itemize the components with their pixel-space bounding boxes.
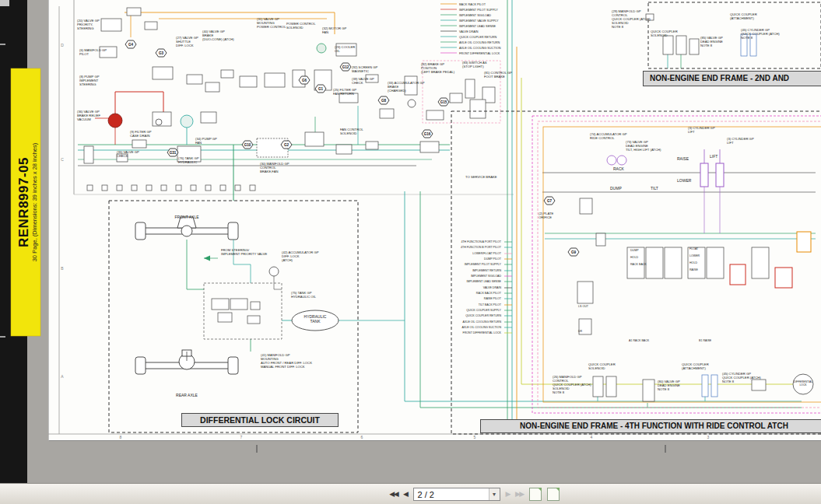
schematic-label: (25) FILTER GPFAN RETURN xyxy=(333,88,356,96)
schematic-label: (82) BRAKE GPPOSITION(LEFT BRAKE PEDAL) xyxy=(421,62,455,74)
component-box xyxy=(450,93,462,103)
schematic-label: LOWER xyxy=(677,178,692,183)
schematic-label: BACK RACK PILOT xyxy=(459,3,486,6)
schematic-label: HOLD xyxy=(689,261,697,264)
schematic-line xyxy=(233,240,251,283)
component-box xyxy=(580,198,592,214)
component-box xyxy=(606,376,616,397)
component-box xyxy=(405,76,417,95)
schematic-label: (8) PUMP GPIMPLEMENTSTEERING xyxy=(79,75,100,86)
component-box xyxy=(663,36,673,54)
g-marker-label: G9 xyxy=(571,250,577,254)
schematic-label: AXLE OIL COOLING RETURN xyxy=(463,320,502,324)
component-box xyxy=(201,112,216,123)
schematic-label: FRONT DIFFERENTIAL LOCK xyxy=(462,331,501,334)
schematic-label: (36) VALVE GPBRAKE RELIEFVACUUM xyxy=(77,110,100,121)
schematic-label: B xyxy=(61,266,64,271)
component-box xyxy=(596,233,605,246)
schematic-label: 4TH FUNCTION B PORT PILOT xyxy=(461,246,502,249)
schematic-label: (45) CYLINDER GPQUICK COUPLER (ATCH)NOTE… xyxy=(741,28,780,40)
g-marker-label: G10 xyxy=(244,143,251,147)
snapshot-icon-fold xyxy=(538,488,542,492)
schematic-label: POWER CONTROLSOLENOID xyxy=(286,22,316,30)
schematic-label: B1 RAISE xyxy=(699,339,712,342)
fan-motor-circle xyxy=(317,44,326,53)
schematic-label: (3) CYLINDER GPLIFT xyxy=(727,137,754,145)
schematic-label: (29) MANIFOLD GPCONTROLQUICK COUPLER (AT… xyxy=(612,9,651,29)
component-box xyxy=(752,380,766,390)
schematic-label: A xyxy=(61,374,64,379)
g-marker-label: G1 xyxy=(318,87,324,91)
schematic-label: (27) VALVE GPSHUTTLEDIFF. LOCK xyxy=(176,36,198,47)
g-marker-label: G3 xyxy=(159,51,164,55)
component-box xyxy=(212,299,229,310)
schematic-label: AXLE OIL COOLING SUCTION xyxy=(461,326,501,329)
schematic-label: FRONT DIFFERENTIAL LOCK xyxy=(459,52,500,55)
schematic-label: (80) VALVE GPDEAD ENGINENOTE 8 xyxy=(658,380,680,391)
schematic-label: DR xyxy=(578,330,583,333)
component-box xyxy=(218,313,232,322)
component-box xyxy=(336,145,352,154)
schematic-label: 4 xyxy=(591,435,593,439)
qc-cylinder xyxy=(711,375,717,397)
component-box xyxy=(646,247,663,278)
component-box xyxy=(426,110,444,120)
schematic-label: LOWER xyxy=(689,254,700,257)
lift-cylinder xyxy=(716,163,724,187)
page-number-select[interactable]: 2 / 2 ▾ xyxy=(413,488,500,501)
component-box xyxy=(665,247,682,278)
component-box xyxy=(251,302,260,310)
schematic-label: REAR AXLE xyxy=(176,393,198,397)
schematic-label: (34) PUMP GPFAN xyxy=(195,137,217,145)
schematic-label: 3 xyxy=(707,435,710,439)
schematic-label: RAISE xyxy=(677,156,689,161)
schematic-label: IMPLEMENT SIG/LOAD xyxy=(471,275,501,278)
prev-page-button[interactable]: ◀ xyxy=(403,491,407,498)
schematic-label: QUICK COUPLERSOLENOID xyxy=(588,362,616,370)
component-box xyxy=(420,142,439,152)
schematic-label: (81) CONTROL GPFOOT BRAKE xyxy=(484,71,512,79)
schematic-label: (85) VALVE GPDEAD ENGINENOTE 8 xyxy=(700,36,723,47)
qc-cylinder xyxy=(702,375,708,397)
schematic-label: AXLE OIL COOLING RETURN xyxy=(459,41,500,44)
schematic-label: DUMP xyxy=(630,249,639,252)
schematic-label: (9) FILTER GPCASE DRAIN xyxy=(130,130,152,138)
next-page-button[interactable]: ▶ xyxy=(506,491,510,498)
schematic-label: (75) TANK GPHYDRAULIC OIL xyxy=(291,291,317,299)
pdf-viewer-window: RENR8997-05 30 Page, (Dimensions: 39 inc… xyxy=(0,0,821,504)
page-dropdown-arrow-icon[interactable]: ▾ xyxy=(489,488,500,500)
schematic-label: LIFT xyxy=(710,154,717,159)
schematic-label: IMPLEMENT SIG/LOAD xyxy=(459,14,491,17)
schematic-line xyxy=(187,240,204,289)
component-box xyxy=(205,82,219,92)
component-box xyxy=(247,316,260,324)
section-title-2nd-function: NON-ENGINE END FRAME - 2ND AND xyxy=(643,71,821,86)
schematic-label: A1 RACK BACK xyxy=(629,339,650,342)
component-box xyxy=(593,376,603,397)
ride-control-accumulator-circle xyxy=(607,156,616,165)
fan-pump-circle xyxy=(181,115,193,128)
schematic-label: FROM STEERING/IMPLEMENT PRIORITY VALVE xyxy=(221,248,267,256)
schematic-label: QUICK COUPLER RETURN xyxy=(465,314,501,317)
schematic-label: QUICK COUPLER(ATTACHMENT) xyxy=(730,12,757,20)
schematic-label: TO SERVICE BRAKE xyxy=(465,175,497,179)
schematic-label: 6 xyxy=(361,435,363,439)
schematic-label: (3) CYLINDER GPLIFT xyxy=(688,126,715,134)
snapshot-icon[interactable] xyxy=(529,488,542,501)
last-page-button[interactable]: ▶▶ xyxy=(515,491,524,498)
schematic-label: QUICK COUPLER(ATTACHMENT) xyxy=(682,362,709,370)
schematic-label: RACK BACK xyxy=(630,263,647,266)
schematic-label: (20) VALVE GPPRIORITY,STEERING xyxy=(77,19,100,30)
schematic-label: 5 xyxy=(474,435,476,439)
first-page-button[interactable]: ◀◀ xyxy=(389,491,398,498)
clipboard-icon[interactable] xyxy=(547,488,560,501)
schematic-label: TILT BACK PILOT xyxy=(479,303,502,306)
component-box xyxy=(577,282,593,303)
component-box xyxy=(775,268,792,288)
schematic-label: IMPLEMENT LEAD SENSE xyxy=(467,280,502,283)
schematic-label: (41) MANIFOLD GPMOUNTINGAUTO FRONT / REA… xyxy=(261,353,312,369)
g-marker-label: G4 xyxy=(128,43,134,47)
schematic-label: LOWER/FLOAT PILOT xyxy=(472,252,502,255)
ride-control-accumulator-circle xyxy=(617,156,626,165)
g-marker-label: G2 xyxy=(284,143,289,147)
